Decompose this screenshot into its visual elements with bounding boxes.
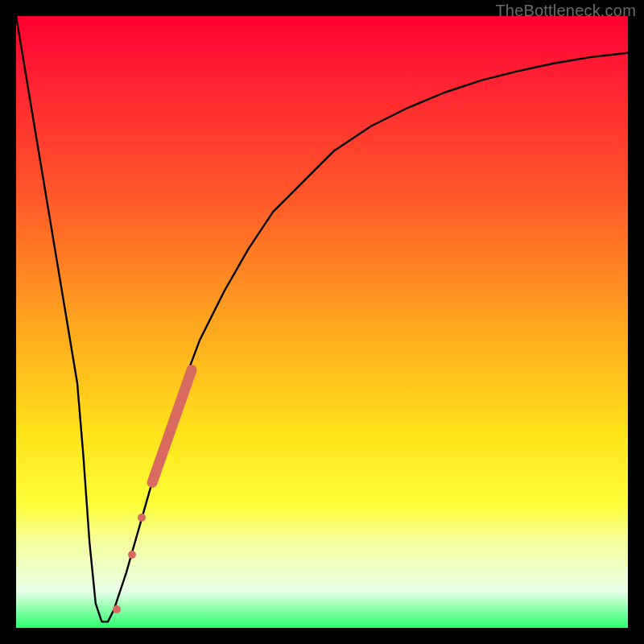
plot-area [16,16,628,628]
marker-dot [138,514,146,522]
bottleneck-curve [16,16,628,628]
chart-frame: TheBottleneck.com [0,0,644,644]
watermark-label: TheBottleneck.com [495,2,636,20]
